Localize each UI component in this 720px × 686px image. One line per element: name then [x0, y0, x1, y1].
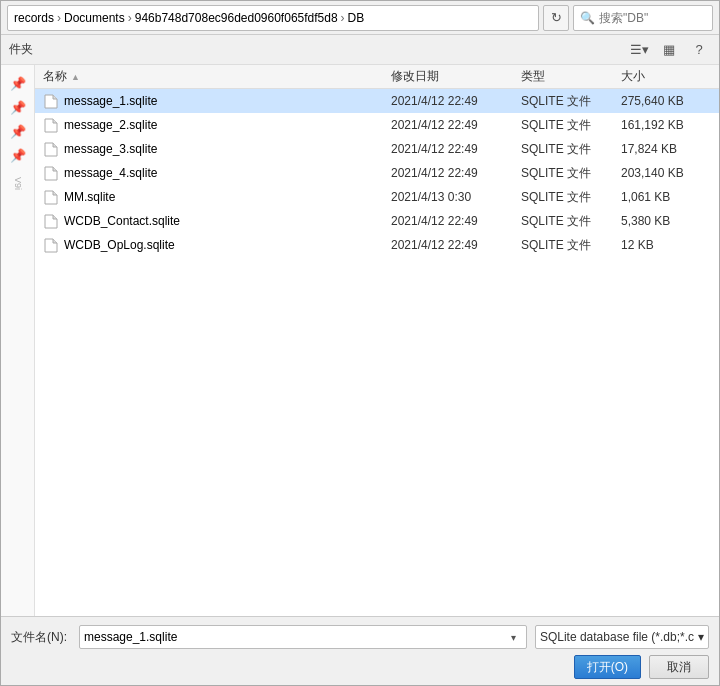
filename-input-wrapper[interactable]: ▾ [79, 625, 527, 649]
file-size: 275,640 KB [621, 94, 711, 108]
file-name-text: message_2.sqlite [64, 118, 157, 132]
table-row[interactable]: message_1.sqlite 2021/4/12 22:49 SQLITE … [35, 89, 719, 113]
file-list-body[interactable]: message_1.sqlite 2021/4/12 22:49 SQLITE … [35, 89, 719, 616]
file-sqlite-icon [43, 93, 59, 109]
file-date: 2021/4/12 22:49 [391, 118, 521, 132]
content-area: 📌 📌 📌 📌 V9i 名称 ▲ 修改日期 类型 大小 [1, 65, 719, 616]
breadcrumb-sep-3: › [341, 11, 345, 25]
filetype-value: SQLite database file (*.db;*.c [540, 630, 694, 644]
file-name-text: WCDB_OpLog.sqlite [64, 238, 175, 252]
refresh-button[interactable]: ↻ [543, 5, 569, 31]
breadcrumb[interactable]: records › Documents › 946b748d708ec96ded… [7, 5, 539, 31]
search-box[interactable]: 🔍 [573, 5, 713, 31]
file-sqlite-icon [43, 165, 59, 181]
file-date: 2021/4/13 0:30 [391, 190, 521, 204]
help-icon: ? [695, 42, 702, 57]
view-toggle-button[interactable]: ☰▾ [627, 39, 651, 61]
file-name-text: WCDB_Contact.sqlite [64, 214, 180, 228]
file-date: 2021/4/12 22:49 [391, 238, 521, 252]
file-sqlite-icon [43, 117, 59, 133]
sort-arrow-icon: ▲ [71, 72, 80, 82]
file-sqlite-icon [43, 189, 59, 205]
file-size: 12 KB [621, 238, 711, 252]
file-date: 2021/4/12 22:49 [391, 142, 521, 156]
breadcrumb-hash[interactable]: 946b748d708ec96ded0960f065fdf5d8 [135, 11, 338, 25]
toolbar: 件夹 ☰▾ ▦ ? [1, 35, 719, 65]
file-size: 203,140 KB [621, 166, 711, 180]
file-type: SQLITE 文件 [521, 117, 621, 134]
sidebar-pin-1[interactable]: 📌 [8, 73, 28, 93]
table-row[interactable]: message_4.sqlite 2021/4/12 22:49 SQLITE … [35, 161, 719, 185]
sidebar-v9i-label: V9i [13, 177, 23, 190]
column-size: 大小 [621, 68, 711, 85]
breadcrumb-sep-2: › [128, 11, 132, 25]
file-date: 2021/4/12 22:49 [391, 94, 521, 108]
table-row[interactable]: WCDB_OpLog.sqlite 2021/4/12 22:49 SQLITE… [35, 233, 719, 257]
file-type: SQLITE 文件 [521, 189, 621, 206]
filetype-selector[interactable]: SQLite database file (*.db;*.c ▾ [535, 625, 709, 649]
file-size: 17,824 KB [621, 142, 711, 156]
breadcrumb-records[interactable]: records [14, 11, 54, 25]
file-list-header: 名称 ▲ 修改日期 类型 大小 [35, 65, 719, 89]
file-sqlite-icon [43, 237, 59, 253]
cancel-button[interactable]: 取消 [649, 655, 709, 679]
search-icon: 🔍 [580, 11, 595, 25]
file-sqlite-icon [43, 213, 59, 229]
search-input[interactable] [599, 11, 706, 25]
breadcrumb-db[interactable]: DB [348, 11, 365, 25]
titlebar: records › Documents › 946b748d708ec96ded… [1, 1, 719, 35]
filename-label: 文件名(N): [11, 629, 71, 646]
filename-dropdown-arrow[interactable]: ▾ [506, 627, 522, 647]
file-name-text: message_4.sqlite [64, 166, 157, 180]
table-row[interactable]: MM.sqlite 2021/4/13 0:30 SQLITE 文件 1,061… [35, 185, 719, 209]
breadcrumb-sep-1: › [57, 11, 61, 25]
action-row: 打开(O) 取消 [11, 655, 709, 679]
file-name-text: message_1.sqlite [64, 94, 157, 108]
file-date: 2021/4/12 22:49 [391, 214, 521, 228]
bottom-bar: 文件名(N): ▾ SQLite database file (*.db;*.c… [1, 616, 719, 685]
file-size: 161,192 KB [621, 118, 711, 132]
file-type: SQLITE 文件 [521, 213, 621, 230]
sidebar-pin-2[interactable]: 📌 [8, 97, 28, 117]
file-name-text: message_3.sqlite [64, 142, 157, 156]
file-size: 1,061 KB [621, 190, 711, 204]
open-button[interactable]: 打开(O) [574, 655, 641, 679]
column-date: 修改日期 [391, 68, 521, 85]
file-type: SQLITE 文件 [521, 237, 621, 254]
file-type: SQLITE 文件 [521, 93, 621, 110]
file-type: SQLITE 文件 [521, 141, 621, 158]
grid-view-icon: ▦ [663, 42, 675, 57]
filename-row: 文件名(N): ▾ SQLite database file (*.db;*.c… [11, 625, 709, 649]
list-view-icon: ☰▾ [630, 42, 649, 57]
file-sqlite-icon [43, 141, 59, 157]
column-name[interactable]: 名称 ▲ [43, 68, 391, 85]
file-list-container: 名称 ▲ 修改日期 类型 大小 message_1.sqlite 2021/4/… [35, 65, 719, 616]
sidebar: 📌 📌 📌 📌 V9i [1, 65, 35, 616]
sidebar-pin-3[interactable]: 📌 [8, 121, 28, 141]
column-type: 类型 [521, 68, 621, 85]
file-size: 5,380 KB [621, 214, 711, 228]
breadcrumb-documents[interactable]: Documents [64, 11, 125, 25]
file-type: SQLITE 文件 [521, 165, 621, 182]
filename-input[interactable] [84, 630, 506, 644]
table-row[interactable]: message_3.sqlite 2021/4/12 22:49 SQLITE … [35, 137, 719, 161]
table-row[interactable]: message_2.sqlite 2021/4/12 22:49 SQLITE … [35, 113, 719, 137]
help-button[interactable]: ? [687, 39, 711, 61]
layout-button[interactable]: ▦ [657, 39, 681, 61]
file-date: 2021/4/12 22:49 [391, 166, 521, 180]
toolbar-label: 件夹 [9, 41, 33, 58]
table-row[interactable]: WCDB_Contact.sqlite 2021/4/12 22:49 SQLI… [35, 209, 719, 233]
sidebar-pin-4[interactable]: 📌 [8, 145, 28, 165]
file-name-text: MM.sqlite [64, 190, 115, 204]
filetype-arrow-icon: ▾ [698, 630, 704, 644]
